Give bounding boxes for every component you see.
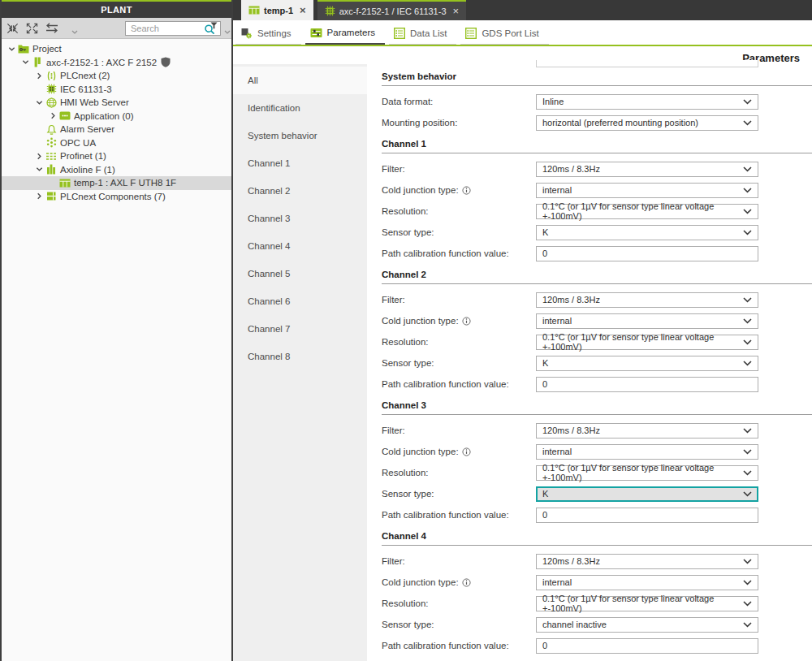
- field-row: Path calibration function value: 0: [382, 374, 812, 395]
- info-icon[interactable]: [462, 186, 471, 195]
- ch2-filter-select[interactable]: 120ms / 8.3Hz: [536, 292, 758, 308]
- ch1-path-calibration-input[interactable]: 0: [536, 246, 758, 261]
- ch4-sensor-type-select[interactable]: channel inactive: [536, 617, 758, 633]
- tree-item-iec-61131-3[interactable]: IEC 61131-3: [2, 83, 231, 97]
- tree-item-temp-1[interactable]: temp-1 : AXL F UTH8 1F: [2, 176, 231, 190]
- plant-panel: PLANT: [0, 0, 233, 661]
- chevron-down-icon: [743, 491, 752, 497]
- ch3-path-calibration-input[interactable]: 0: [536, 508, 758, 523]
- chevron-down-icon: [743, 449, 752, 455]
- ch3-filter-select[interactable]: 120ms / 8.3Hz: [536, 423, 758, 439]
- tab-data-list[interactable]: Data List: [389, 22, 456, 45]
- collapse-all-icon[interactable]: [6, 22, 19, 35]
- tree-item-axc-f-2152-1[interactable]: axc-f-2152-1 : AXC F 2152: [2, 56, 231, 70]
- nav-item-all[interactable]: All: [233, 67, 367, 94]
- search-input[interactable]: [131, 24, 204, 33]
- ch4-resolution-select[interactable]: 0.1°C (or 1µV for sensor type linear vol…: [536, 596, 758, 611]
- bell-icon: [45, 124, 58, 135]
- plant-toolbar: [2, 18, 231, 39]
- chevron-down-icon[interactable]: [6, 45, 17, 53]
- search-overflow-chevron-icon[interactable]: [224, 30, 231, 34]
- chevron-right-icon[interactable]: [48, 112, 58, 119]
- view-tab-label: GDS Port List: [482, 28, 538, 38]
- tree-item-label: temp-1 : AXL F UTH8 1F: [74, 178, 176, 188]
- field-label: Cold junction type:: [382, 447, 536, 456]
- field-row: Sensor type: K: [382, 222, 812, 243]
- chevron-right-icon[interactable]: [34, 153, 45, 160]
- chevron-down-icon[interactable]: [34, 99, 45, 106]
- nav-item-channel-6[interactable]: Channel 6: [233, 287, 367, 315]
- field-label: Sensor type:: [382, 358, 536, 368]
- security-shield-icon: [161, 57, 171, 67]
- tab-parameters[interactable]: Parameters: [305, 22, 385, 45]
- field-row: Filter: 120ms / 8.3Hz: [382, 158, 812, 179]
- nav-item-channel-4[interactable]: Channel 4: [233, 232, 367, 260]
- chevron-down-icon[interactable]: [34, 166, 45, 173]
- tree-item-profinet[interactable]: Profinet (1): [2, 149, 231, 163]
- ch2-sensor-type-select[interactable]: K: [536, 356, 758, 371]
- toolbar-overflow-chevron-icon[interactable]: [71, 30, 78, 34]
- chevron-down-icon: [743, 580, 752, 585]
- info-icon[interactable]: [462, 317, 471, 326]
- chevron-down-icon[interactable]: [20, 58, 31, 66]
- plant-panel-header: PLANT: [2, 0, 231, 18]
- tree-item-plcnext-components[interactable]: PLCnext Components (7): [2, 190, 231, 204]
- tab-gds-port-list[interactable]: GDS Port List: [460, 22, 548, 45]
- nav-item-channel-7[interactable]: Channel 7: [233, 315, 367, 343]
- tree-item-opc-ua[interactable]: OPC UA: [2, 136, 231, 150]
- ch1-resolution-select[interactable]: 0.1°C (or 1µV for sensor type linear vol…: [536, 204, 758, 219]
- tree-item-label: IEC 61131-3: [60, 84, 112, 94]
- document-tabbar: temp-1 × axc-f-2152-1 / IEC 61131-3 ×: [233, 0, 812, 20]
- ch2-resolution-select[interactable]: 0.1°C (or 1µV for sensor type linear vol…: [536, 335, 758, 350]
- info-icon[interactable]: [462, 578, 471, 587]
- ch1-cold-junction-select[interactable]: internal: [536, 183, 758, 198]
- section-title: System behavior: [382, 71, 812, 86]
- nav-item-channel-1[interactable]: Channel 1: [233, 149, 367, 177]
- sync-selection-icon[interactable]: [45, 22, 58, 35]
- tree-item-axioline-f[interactable]: Axioline F (1): [2, 163, 231, 177]
- nav-item-channel-5[interactable]: Channel 5: [233, 260, 367, 287]
- ch3-resolution-select[interactable]: 0.1°C (or 1µV for sensor type linear vol…: [536, 465, 758, 481]
- ch4-cold-junction-select[interactable]: internal: [536, 575, 758, 590]
- nav-item-channel-2[interactable]: Channel 2: [233, 177, 367, 205]
- tree-item-label: Alarm Server: [60, 124, 114, 134]
- ch3-cold-junction-select[interactable]: internal: [536, 444, 758, 460]
- tree-item-alarm-server[interactable]: Alarm Server: [2, 123, 231, 136]
- ch3-sensor-type-select[interactable]: K: [536, 486, 758, 502]
- field-label: Sensor type:: [382, 620, 536, 629]
- nav-item-channel-3[interactable]: Channel 3: [233, 205, 367, 232]
- field-row: Resolution: 0.1°C (or 1µV for sensor typ…: [382, 331, 812, 352]
- tab-temp-1[interactable]: temp-1 ×: [241, 0, 313, 20]
- chevron-right-icon[interactable]: [34, 192, 45, 200]
- nav-item-channel-8[interactable]: Channel 8: [233, 343, 367, 370]
- search-box[interactable]: [125, 21, 221, 36]
- info-icon[interactable]: [462, 447, 471, 456]
- ch2-path-calibration-input[interactable]: 0: [536, 377, 758, 392]
- field-row: Filter: 120ms / 8.3Hz: [382, 551, 812, 572]
- tree-item-project[interactable]: Project: [2, 42, 231, 56]
- close-icon[interactable]: ×: [300, 5, 306, 15]
- section-channel-1: Channel 1 Filter: 120ms / 8.3Hz Cold jun…: [382, 138, 812, 264]
- nav-item-system-behavior[interactable]: System behavior: [233, 122, 367, 149]
- chevron-right-icon[interactable]: [34, 72, 45, 80]
- tab-settings[interactable]: Settings: [235, 22, 301, 45]
- tab-axc-f-2152-1-iec-61131-3[interactable]: axc-f-2152-1 / IEC 61131-3 ×: [317, 0, 466, 20]
- parameters-sliders-icon: [310, 28, 322, 38]
- nav-item-identification[interactable]: Identification: [233, 94, 367, 122]
- tree-item-plcnext[interactable]: PLCnext (2): [2, 69, 231, 83]
- field-row: Data format: Inline: [382, 91, 812, 112]
- clipped-field[interactable]: [536, 60, 758, 67]
- data-format-select[interactable]: Inline: [536, 94, 758, 110]
- ch2-cold-junction-select[interactable]: internal: [536, 313, 758, 329]
- ch4-filter-select[interactable]: 120ms / 8.3Hz: [536, 554, 758, 569]
- field-row: Filter: 120ms / 8.3Hz: [382, 289, 812, 310]
- search-filter-icon[interactable]: [204, 22, 218, 34]
- ch1-filter-select[interactable]: 120ms / 8.3Hz: [536, 162, 758, 177]
- close-icon[interactable]: ×: [453, 6, 460, 16]
- mounting-position-select[interactable]: horizontal (preferred mounting position): [536, 115, 758, 131]
- tree-item-hmi-web-server[interactable]: HMI Web Server: [2, 96, 231, 110]
- ch1-sensor-type-select[interactable]: K: [536, 225, 758, 240]
- ch4-path-calibration-input[interactable]: 0: [536, 638, 758, 654]
- expand-all-icon[interactable]: [25, 22, 39, 35]
- tree-item-application[interactable]: Application (0): [2, 110, 231, 123]
